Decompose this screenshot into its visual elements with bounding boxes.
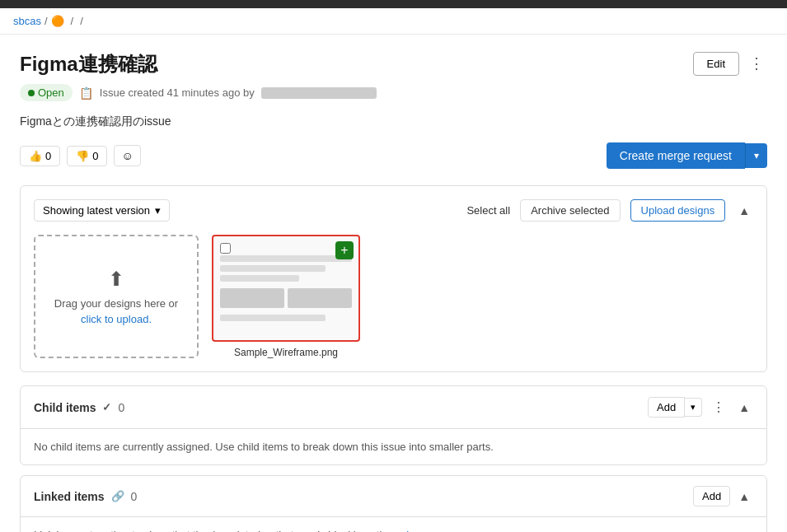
version-dropdown-icon: ▾ [155, 204, 161, 217]
preview-block-2 [288, 288, 352, 308]
child-items-add-button[interactable]: Add [648, 397, 685, 418]
designs-toolbar: Showing latest version ▾ Select all Arch… [34, 199, 753, 222]
upload-designs-button[interactable]: Upload designs [630, 199, 726, 222]
child-items-body: No child items are currently assigned. U… [21, 429, 766, 464]
child-items-section: Child items ✓ 0 Add ▾ ⋮ ▲ No child items… [20, 385, 767, 465]
child-items-collapse-button[interactable]: ▲ [735, 398, 753, 418]
child-items-count: 0 [118, 401, 124, 414]
main-content: Figma連携確認 Edit ⋮ Open 📋 Issue created 41… [0, 35, 787, 532]
header-actions: Edit ⋮ [693, 51, 767, 76]
issue-description: Figmaとの連携確認用のissue [20, 114, 767, 129]
preview-line-2 [220, 265, 326, 272]
upload-dropzone[interactable]: ⬆ Drag your designs here or click to upl… [34, 235, 199, 358]
thumbs-down-count: 0 [92, 150, 98, 162]
child-items-header: Child items ✓ 0 Add ▾ ⋮ ▲ [21, 386, 766, 429]
thumbs-up-icon: 👍 [29, 150, 42, 162]
designs-collapse-button[interactable]: ▲ [735, 201, 753, 221]
designs-section: Showing latest version ▾ Select all Arch… [20, 185, 767, 372]
linked-items-actions: Add ▲ [693, 486, 753, 506]
create-merge-request-button[interactable]: Create merge request [607, 142, 745, 169]
child-items-check-icon: ✓ [102, 401, 111, 413]
child-items-actions: Add ▾ ⋮ ▲ [648, 396, 753, 418]
design-checkbox[interactable] [220, 243, 231, 254]
version-selector[interactable]: Showing latest version ▾ [34, 199, 170, 222]
more-actions-button[interactable]: ⋮ [746, 51, 767, 76]
top-navigation-bar [0, 0, 787, 8]
thumbs-down-icon: 👎 [76, 150, 89, 162]
issue-meta-text: Issue created 41 minutes ago by [100, 86, 255, 99]
linked-items-collapse-button[interactable]: ▲ [735, 487, 753, 506]
designs-grid: ⬆ Drag your designs here or click to upl… [34, 235, 753, 358]
add-emoji-button[interactable]: ☺ [114, 145, 140, 166]
design-item: + Sample_Wireframe.png [212, 235, 360, 358]
linked-items-learn-more[interactable]: Learn more. [406, 529, 464, 532]
designs-right-actions: Select all Archive selected Upload desig… [466, 199, 753, 222]
child-items-empty-message: No child items are currently assigned. U… [34, 441, 494, 453]
design-file-name: Sample_Wireframe.png [212, 347, 360, 358]
linked-items-body: Link issues together to show that they'r… [21, 517, 766, 532]
select-all-button[interactable]: Select all [466, 204, 510, 217]
breadcrumb-sep-1: / [45, 15, 48, 27]
version-label: Showing latest version [43, 204, 150, 217]
child-items-title: Child items [34, 401, 96, 414]
design-thumbnail: + [212, 235, 360, 342]
child-items-add-dropdown: Add ▾ [648, 397, 702, 418]
status-badge: Open [20, 84, 73, 101]
thumbs-down-button[interactable]: 👎 0 [67, 146, 107, 166]
linked-items-message: Link issues together to show that they'r… [34, 529, 403, 532]
linked-items-link-icon: 🔗 [111, 490, 124, 502]
linked-items-add-button[interactable]: Add [693, 486, 730, 506]
preview-blocks [220, 288, 352, 308]
child-items-add-caret[interactable]: ▾ [685, 398, 702, 417]
breadcrumb-sep-2: / [71, 15, 74, 27]
linked-items-header: Linked items 🔗 0 Add ▲ [21, 476, 766, 517]
issue-header: Figma連携確認 Edit ⋮ [20, 51, 767, 77]
issue-copy-icon: 📋 [79, 86, 93, 100]
dropzone-link[interactable]: click to upload. [81, 313, 152, 325]
dropzone-text: Drag your designs here or [54, 297, 178, 310]
linked-items-title-group: Linked items 🔗 0 [34, 490, 137, 503]
reactions-group: 👍 0 👎 0 ☺ [20, 145, 141, 166]
preview-line-3 [220, 275, 299, 282]
status-dot [28, 90, 35, 96]
linked-items-section: Linked items 🔗 0 Add ▲ Link issues toget… [20, 475, 767, 532]
preview-line-4 [220, 315, 326, 321]
design-add-version-button[interactable]: + [335, 241, 354, 259]
issue-meta: Open 📋 Issue created 41 minutes ago by [20, 84, 767, 101]
upload-icon: ⬆ [108, 268, 124, 291]
issue-title: Figma連携確認 [20, 51, 157, 77]
preview-line-1 [220, 255, 352, 262]
child-items-kebab-button[interactable]: ⋮ [707, 396, 730, 418]
status-label: Open [38, 86, 64, 99]
breadcrumb-sep-3: / [80, 15, 83, 27]
edit-button[interactable]: Edit [693, 52, 739, 76]
linked-items-count: 0 [131, 490, 138, 503]
figma-icon: 🟠 [51, 15, 64, 27]
archive-selected-button[interactable]: Archive selected [520, 199, 620, 222]
breadcrumb: sbcas / 🟠 / / [0, 8, 787, 35]
linked-items-title: Linked items [34, 490, 105, 503]
thumbs-up-count: 0 [45, 150, 51, 162]
reactions-and-merge-row: 👍 0 👎 0 ☺ Create merge request ▾ [20, 142, 767, 169]
thumbs-up-button[interactable]: 👍 0 [20, 146, 60, 166]
merge-request-actions: Create merge request ▾ [607, 142, 767, 169]
author-name-blurred [261, 87, 377, 99]
child-items-title-group: Child items ✓ 0 [34, 401, 124, 414]
breadcrumb-sbcas[interactable]: sbcas [13, 15, 41, 27]
create-merge-request-dropdown[interactable]: ▾ [745, 143, 767, 168]
preview-block-1 [220, 288, 284, 308]
design-preview [220, 255, 352, 321]
